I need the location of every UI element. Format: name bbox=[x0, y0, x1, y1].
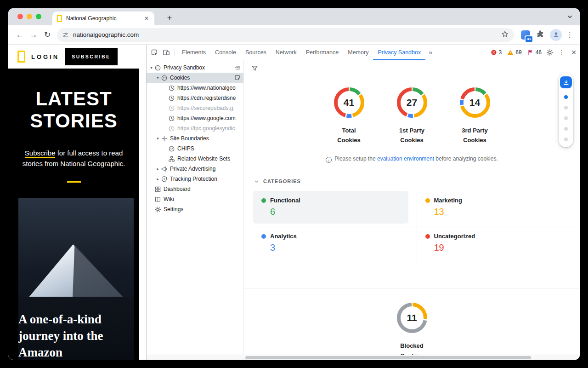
section-dot[interactable] bbox=[564, 138, 568, 141]
back-button[interactable]: ← bbox=[13, 28, 27, 42]
error-count: 3 bbox=[499, 49, 502, 56]
address-bar[interactable]: nationalgeographic.com bbox=[57, 28, 514, 42]
sidebar-item-cookie-url[interactable]: https://www.google.com bbox=[147, 113, 243, 123]
close-window-button[interactable] bbox=[17, 14, 23, 19]
clock-icon bbox=[168, 125, 175, 132]
chevron-down-icon[interactable]: ▾ bbox=[148, 65, 154, 70]
category-marketing[interactable]: Marketing 13 bbox=[417, 190, 580, 226]
category-analytics[interactable]: Analytics 3 bbox=[253, 226, 417, 262]
maximize-window-button[interactable] bbox=[36, 14, 41, 19]
warning-counter[interactable]: 69 bbox=[505, 49, 524, 56]
evaluation-environment-link[interactable]: evaluation environment bbox=[377, 155, 434, 162]
category-uncategorized[interactable]: Uncategorized 19 bbox=[417, 226, 580, 262]
extension-button[interactable]: 41 bbox=[520, 29, 531, 41]
devtools-panel: Elements Console Sources Network Perform… bbox=[146, 45, 580, 360]
tab-search-icon[interactable] bbox=[566, 13, 573, 22]
reload-button[interactable]: ↻ bbox=[40, 28, 54, 42]
sidebar-item-related-website-sets[interactable]: Related Website Sets bbox=[147, 154, 243, 164]
category-functional[interactable]: Functional 6 bbox=[253, 190, 417, 226]
section-dot-active[interactable] bbox=[564, 95, 568, 99]
sidebar-item-cookie-url[interactable]: https://cdn.registerdisne bbox=[147, 93, 243, 103]
new-tab-button[interactable]: + bbox=[164, 12, 175, 24]
browser-tab[interactable]: National Geographic ✕ bbox=[52, 12, 154, 25]
donut-value: 41 bbox=[332, 85, 367, 120]
section-dot[interactable] bbox=[564, 106, 568, 109]
error-counter[interactable]: 3 bbox=[488, 49, 504, 56]
webpage-natgeo: LOGIN SUBSCRIBE LATEST STORIES Subscribe… bbox=[8, 45, 146, 360]
tab-strip: National Geographic ✕ + bbox=[8, 8, 580, 25]
extensions-puzzle-icon[interactable] bbox=[536, 30, 544, 40]
section-dot[interactable] bbox=[564, 127, 568, 131]
forward-button[interactable]: → bbox=[27, 28, 40, 42]
site-header: LOGIN SUBSCRIBE bbox=[8, 45, 146, 69]
tab-network[interactable]: Network bbox=[271, 45, 301, 60]
chevron-down-icon[interactable]: ▾ bbox=[155, 136, 161, 141]
sidebar-item-cookies[interactable]: ▾ Cookies bbox=[147, 73, 243, 83]
scrollbar-thumb[interactable] bbox=[245, 356, 531, 359]
private-advertising-icon bbox=[161, 166, 168, 172]
device-toolbar-icon[interactable] bbox=[160, 46, 172, 58]
donut-value: 14 bbox=[458, 85, 492, 120]
more-tabs-icon[interactable]: » bbox=[425, 45, 435, 60]
sidebar-item-dashboard[interactable]: Dashboard bbox=[147, 184, 243, 194]
categories-section-header[interactable]: CATEGORIES bbox=[254, 178, 580, 184]
gear-icon bbox=[154, 206, 161, 213]
filter-funnel-icon[interactable] bbox=[249, 64, 260, 74]
browser-menu-icon[interactable]: ⋮ bbox=[566, 31, 573, 39]
clock-icon bbox=[168, 95, 175, 102]
devtools-menu-icon[interactable]: ⋮ bbox=[556, 46, 568, 58]
subscribe-link[interactable]: Subscribe bbox=[25, 149, 56, 158]
clock-icon bbox=[168, 115, 175, 122]
sidebar-item-cookie-url[interactable]: https://www.nationalgeo bbox=[147, 83, 243, 93]
error-icon bbox=[491, 49, 497, 56]
chevron-right-icon[interactable]: ▸ bbox=[155, 167, 161, 171]
warning-icon bbox=[507, 49, 514, 56]
devtools-toolbar: Elements Console Sources Network Perform… bbox=[147, 45, 580, 60]
devtools-settings-icon[interactable] bbox=[544, 46, 556, 58]
devtools-close-icon[interactable]: ✕ bbox=[568, 46, 580, 58]
sidebar-item-privacy-sandbox[interactable]: ▾ Privacy Sandbox bbox=[147, 63, 243, 73]
sidebar-item-cookie-url[interactable]: https://securepubads.g. bbox=[147, 103, 243, 113]
shield-icon bbox=[161, 176, 168, 183]
issues-count: 46 bbox=[536, 49, 542, 56]
sidebar-item-label: Wiki bbox=[164, 196, 174, 202]
profile-avatar[interactable] bbox=[550, 29, 562, 41]
sidebar-item-chips[interactable]: CHIPS bbox=[147, 144, 243, 154]
tab-memory[interactable]: Memory bbox=[343, 45, 373, 60]
hero-section: LATEST STORIES Subscribe for full access… bbox=[8, 69, 139, 360]
categories-grid: Functional 6 Marketing 13 Analytics 3 bbox=[253, 190, 580, 262]
section-dot[interactable] bbox=[564, 116, 568, 120]
chevron-right-icon[interactable]: ▸ bbox=[155, 177, 161, 181]
download-report-button[interactable] bbox=[560, 76, 572, 88]
issues-counter[interactable]: 46 bbox=[525, 49, 544, 56]
sidebar-item-private-advertising[interactable]: ▸ Private Advertising bbox=[147, 164, 243, 174]
sidebar-item-tracking-protection[interactable]: ▸ Tracking Protection bbox=[147, 174, 243, 184]
story-image[interactable]: A one-of-a-kind journey into the Amazon bbox=[18, 198, 134, 360]
sidebar-item-cookie-url[interactable]: https://tpc.googlesyndic bbox=[147, 123, 243, 133]
bookmark-star-icon[interactable] bbox=[501, 30, 509, 39]
subscribe-button[interactable]: SUBSCRIBE bbox=[65, 48, 117, 65]
minimize-window-button[interactable] bbox=[27, 14, 32, 19]
natgeo-logo[interactable] bbox=[17, 51, 25, 63]
sidebar-item-wiki[interactable]: Wiki bbox=[147, 194, 243, 204]
sidebar-item-settings[interactable]: Settings bbox=[147, 204, 243, 214]
tab-performance[interactable]: Performance bbox=[301, 45, 344, 60]
horizontal-scrollbar[interactable] bbox=[147, 355, 580, 360]
tab-sources[interactable]: Sources bbox=[241, 45, 271, 60]
tab-console[interactable]: Console bbox=[210, 45, 241, 60]
chevron-down-icon[interactable]: ▾ bbox=[155, 75, 161, 80]
tab-privacy-sandbox[interactable]: Privacy Sandbox bbox=[373, 45, 425, 60]
collapse-sidebar-icon[interactable] bbox=[234, 64, 241, 71]
tab-elements[interactable]: Elements bbox=[177, 45, 210, 60]
download-icon bbox=[563, 79, 570, 86]
inspect-element-icon[interactable] bbox=[148, 46, 160, 58]
sidebar-item-site-boundaries[interactable]: ▾ Site Boundaries bbox=[147, 133, 243, 144]
cookies-report-panel: 41 Total Cookies 27 1st Party Cookies 14… bbox=[244, 60, 580, 360]
login-button[interactable]: LOGIN bbox=[31, 53, 59, 60]
inspect-icon[interactable] bbox=[234, 75, 241, 81]
site-settings-icon[interactable] bbox=[62, 32, 69, 38]
section-navigator bbox=[559, 73, 573, 147]
story-headline[interactable]: A one-of-a-kind journey into the Amazon bbox=[18, 311, 134, 360]
donut-value: 11 bbox=[395, 300, 430, 335]
close-tab-icon[interactable]: ✕ bbox=[143, 15, 150, 22]
